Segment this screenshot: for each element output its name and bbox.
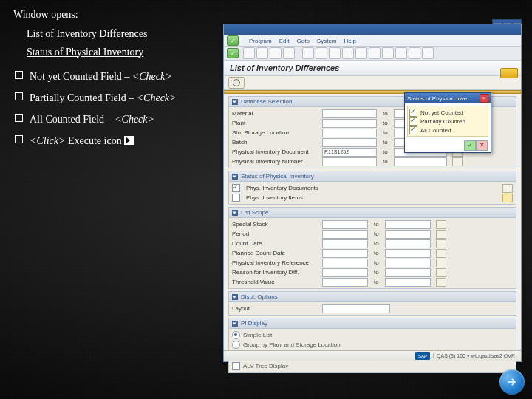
titlebar [224, 24, 521, 35]
multi-select-button[interactable] [436, 220, 446, 229]
popup-option: Not yet Counted [409, 108, 486, 117]
arrow-right-icon [505, 375, 519, 389]
radio[interactable] [232, 331, 240, 339]
toolbar-btn[interactable] [302, 47, 314, 59]
field-label: Period [232, 231, 319, 237]
field-input-to[interactable] [385, 278, 431, 287]
execute-icon [124, 136, 134, 145]
toolbar-btn[interactable] [329, 47, 341, 59]
toolbar-btn[interactable] [395, 47, 407, 59]
to-label: to [383, 158, 388, 165]
field-input-to[interactable] [385, 239, 431, 248]
list-scope-panel: List Scope Special StocktoPeriodtoCount … [228, 207, 516, 289]
field-label: Threshold Value [232, 279, 319, 285]
checkbox[interactable] [409, 126, 417, 134]
toolbar-btn[interactable] [355, 47, 367, 59]
instruction-header: Window opens: [13, 6, 177, 24]
field-input[interactable]: R11S1252 [322, 148, 377, 157]
field-input[interactable] [322, 220, 368, 229]
popup-ok-button[interactable]: ✓ [464, 140, 476, 151]
instruction-sub-1: List of Inventory Differences [27, 25, 177, 43]
layout-input[interactable] [322, 304, 390, 313]
field-input-to[interactable] [385, 249, 431, 258]
multi-select-button[interactable] [436, 239, 446, 248]
multi-select-button[interactable] [436, 278, 446, 287]
toolbar-btn[interactable] [316, 47, 327, 59]
multi-select-button[interactable] [436, 268, 446, 277]
field-label: Planned Count Date [232, 250, 319, 256]
next-slide-button[interactable] [499, 369, 525, 395]
toolbar: ✓ [224, 47, 521, 61]
menu-system[interactable]: System [317, 38, 337, 44]
radio-label: Simple List [243, 332, 272, 338]
to-label: to [374, 231, 379, 237]
sap-badge-icon: SAP [415, 352, 430, 360]
field-input[interactable] [322, 230, 368, 239]
multi-select-button[interactable] [502, 184, 513, 193]
toolbar-btn[interactable] [409, 47, 420, 59]
option-label: All Counted [420, 127, 451, 134]
field-row: Periodto [232, 229, 513, 239]
field-input-to[interactable] [385, 259, 431, 267]
popup-close-button[interactable]: × [480, 94, 488, 103]
radio[interactable] [232, 341, 240, 349]
to-label: to [374, 259, 379, 266]
field-input-to[interactable] [394, 157, 447, 166]
field-input[interactable] [322, 138, 377, 147]
to-label: to [383, 129, 388, 136]
option-label: Not yet Counted [420, 109, 463, 116]
execute-button[interactable] [228, 77, 245, 89]
multi-select-button[interactable] [436, 230, 446, 239]
checkbox[interactable] [232, 362, 240, 370]
toolbar-btn[interactable] [382, 47, 394, 59]
toolbar-btn[interactable] [422, 47, 434, 59]
panel-title: PI Display [241, 320, 267, 327]
multi-select-button[interactable] [502, 194, 513, 202]
field-input[interactable] [322, 259, 368, 267]
field-input[interactable] [322, 119, 377, 128]
field-label: Physical Inventory Number [232, 158, 319, 165]
field-input[interactable] [322, 278, 368, 287]
multi-select-button[interactable] [452, 157, 463, 166]
multi-select-button[interactable] [436, 259, 446, 267]
menu-program[interactable]: Program [249, 38, 272, 44]
menu-goto[interactable]: Goto [296, 38, 309, 44]
cb-label: Phys. Inventory Documents [246, 185, 318, 191]
status-right: QAS (3) 100 ▾ wtcqasdisas2 OVR [433, 353, 518, 358]
toolbar-btn[interactable] [342, 47, 354, 59]
ok-icon[interactable]: ✓ [227, 35, 239, 46]
toolbar-btn[interactable] [243, 47, 255, 59]
toolbar-btn[interactable] [256, 47, 268, 59]
toolbar-btn[interactable] [270, 47, 282, 59]
menu-edit[interactable]: Edit [279, 38, 290, 44]
enter-icon[interactable]: ✓ [227, 48, 239, 58]
field-input[interactable] [322, 249, 368, 258]
field-input[interactable] [322, 109, 377, 118]
field-input[interactable] [322, 239, 368, 248]
field-input-to[interactable] [385, 230, 431, 239]
field-row: Threshold Valueto [232, 277, 513, 287]
to-label: to [374, 279, 379, 285]
to-label: to [383, 110, 388, 117]
field-input-to[interactable] [385, 220, 431, 229]
field-label: Reason for Inventory Diff. [232, 269, 319, 276]
popup-option: Partially Counted [409, 117, 486, 126]
statusbar: SAPQAS (3) 100 ▾ wtcqasdisas2 OVR [224, 350, 521, 361]
checkbox[interactable] [232, 194, 240, 202]
toolbar-btn[interactable] [283, 47, 295, 59]
checkbox[interactable] [232, 184, 240, 192]
field-label: Physical Inventory Reference [232, 259, 319, 266]
field-input[interactable] [322, 157, 377, 166]
field-row: Planned Count Dateto [232, 248, 513, 258]
checkbox[interactable] [409, 109, 417, 117]
checkbox[interactable] [409, 117, 417, 126]
to-label: to [383, 149, 388, 155]
popup-cancel-button[interactable]: ✕ [476, 140, 488, 151]
field-input[interactable] [322, 129, 377, 137]
multi-select-button[interactable] [436, 249, 446, 258]
menu-help[interactable]: Help [344, 38, 356, 44]
field-input[interactable] [322, 268, 368, 277]
field-input-to[interactable] [385, 268, 431, 277]
toolbar-btn[interactable] [369, 47, 381, 59]
menubar: ✓ Program Edit Goto System Help [224, 35, 521, 47]
